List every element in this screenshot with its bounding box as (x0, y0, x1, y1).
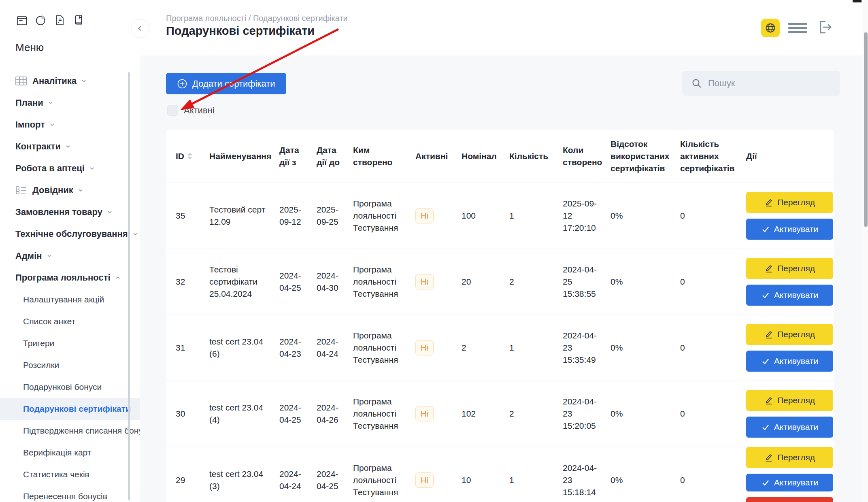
table-header-row: ID Найменування Дата дії з Дата дії до К… (166, 130, 834, 183)
chevron-down-icon (49, 121, 55, 128)
column-header-active: Активні (415, 150, 462, 162)
column-header-created-at: Коли створено (563, 144, 611, 168)
add-certificates-button[interactable]: Додати сертифікати (166, 73, 286, 94)
main-area: Програма лояльності / Подарункові сертиф… (140, 0, 868, 502)
table-grid-icon (15, 76, 27, 86)
sidebar-item-import[interactable]: Імпорт (0, 114, 140, 136)
plus-circle-icon (177, 79, 187, 89)
search-icon (692, 79, 702, 89)
sidebar: Меню Аналітика Плани Імпорт Контракти Ро… (0, 0, 140, 502)
view-button[interactable]: Перегляд (746, 192, 833, 213)
sidebar-item-analytics[interactable]: Аналітика (0, 70, 140, 92)
breadcrumb[interactable]: Програма лояльності / Подарункові сертиф… (166, 14, 348, 23)
sidebar-subitem-receipt-stats[interactable]: Статистика чеків (0, 464, 140, 485)
sidebar-subitem-questionnaires[interactable]: Список анкет (0, 311, 140, 332)
sidebar-item-loyalty-program[interactable]: Програма лояльності (0, 267, 140, 289)
sidebar-item-contracts[interactable]: Контракти (0, 136, 140, 157)
menu-toggle-button[interactable] (788, 22, 807, 34)
view-button[interactable]: Перегляд (746, 324, 833, 345)
activate-button[interactable]: Активувати (746, 474, 833, 491)
column-header-quantity: Кількість (509, 150, 563, 162)
sidebar-subitem-gift-certificates[interactable]: Подарункові сертифікати (0, 398, 140, 420)
column-header-name: Найменування (209, 150, 279, 162)
column-header-valid-to: Дата дії до (317, 144, 353, 168)
status-badge: Ні (415, 340, 434, 355)
chevron-up-icon (115, 274, 121, 281)
browser-corner-mark (853, 0, 862, 2)
table-row: 31 test cert 23.04 (6) 2024-04-23 2024-0… (166, 315, 834, 381)
sidebar-item-maintenance[interactable]: Технічне обслуговування (0, 223, 140, 245)
book-icon[interactable] (72, 14, 85, 27)
sidebar-subitem-triggers[interactable]: Тригери (0, 332, 140, 354)
column-header-id[interactable]: ID (176, 150, 209, 162)
sidebar-item-plans[interactable]: Плани (0, 92, 140, 114)
chevron-down-icon (106, 209, 113, 215)
sidebar-subitem-bonus-writeoff-confirm[interactable]: Підтвердження списання бону... (0, 420, 140, 442)
document-icon[interactable] (53, 14, 66, 27)
check-icon (761, 225, 770, 234)
sidebar-nav: Аналітика Плани Імпорт Контракти Робота … (0, 70, 140, 502)
check-icon (761, 478, 770, 487)
sidebar-subitem-mailings[interactable]: Розсилки (0, 354, 140, 376)
sidebar-subitem-bonus-transfer[interactable]: Перенесення бонусів (0, 485, 140, 502)
chevron-left-icon (136, 25, 144, 32)
table-row: 29 test cert 23.04 (3) 2024-04-24 2024-0… (166, 447, 834, 502)
column-header-actions: Дії (746, 150, 833, 162)
column-header-created-by: Ким створено (353, 144, 415, 168)
sidebar-item-pharmacy-work[interactable]: Робота в аптеці (0, 157, 140, 179)
status-badge: Ні (415, 406, 434, 421)
sort-icon (187, 153, 192, 160)
sidebar-item-directory[interactable]: Довідник (0, 179, 140, 201)
activate-button[interactable]: Активувати (746, 219, 833, 240)
status-badge: Ні (415, 472, 434, 488)
sidebar-subitem-promo-settings[interactable]: Налаштування акцій (0, 289, 140, 311)
active-filter-label: Активні (184, 105, 215, 116)
archive-icon[interactable] (15, 14, 28, 27)
view-button[interactable]: Перегляд (746, 447, 833, 468)
sidebar-item-goods-order[interactable]: Замовлення товару (0, 201, 140, 223)
status-badge: Ні (415, 208, 434, 223)
sidebar-collapse-button[interactable] (131, 19, 149, 38)
menu-title: Меню (15, 41, 44, 54)
window-scrollbar[interactable] (863, 0, 868, 502)
scrollbar-thumb[interactable] (864, 32, 868, 227)
sidebar-scrollbar[interactable] (128, 72, 130, 500)
page-title: Подарункові сертифікати (166, 24, 315, 38)
sidebar-subitem-gift-bonuses[interactable]: Подарункові бонуси (0, 376, 140, 398)
table-row: 32 Тестові сертифікати 25.04.2024 2024-0… (166, 249, 834, 315)
hidden-action-button[interactable] (746, 497, 833, 502)
certificates-table: ID Найменування Дата дії з Дата дії до К… (166, 130, 834, 502)
logout-icon (815, 18, 833, 36)
view-button[interactable]: Перегляд (746, 390, 833, 411)
language-button[interactable] (761, 19, 780, 37)
check-icon (761, 291, 770, 300)
view-button[interactable]: Перегляд (746, 258, 833, 279)
search (682, 71, 840, 96)
chevron-down-icon (46, 253, 53, 259)
edit-icon (764, 453, 773, 462)
edit-icon (764, 396, 773, 405)
logout-button[interactable] (815, 18, 833, 38)
chevron-down-icon (65, 143, 71, 150)
activate-button[interactable]: Активувати (746, 351, 833, 372)
sidebar-subitem-card-verification[interactable]: Верифікація карт (0, 442, 140, 464)
globe-icon (765, 22, 776, 34)
pie-chart-icon[interactable] (34, 14, 47, 27)
chevron-down-icon (89, 165, 95, 172)
status-badge: Ні (415, 274, 434, 289)
check-icon (761, 423, 770, 432)
list-rows-icon (15, 185, 27, 195)
chevron-down-icon (81, 78, 87, 84)
chevron-down-icon (77, 187, 84, 194)
sidebar-item-admin[interactable]: Адмін (0, 245, 140, 267)
edit-icon (764, 330, 773, 339)
table-row: 30 test cert 23.04 (4) 2024-04-25 2024-0… (166, 381, 834, 447)
search-input[interactable] (682, 71, 840, 96)
column-header-active-certs: Кількість активних сертифікатів (680, 138, 746, 174)
topbar: Програма лояльності / Подарункові сертиф… (140, 0, 868, 55)
chevron-down-icon (132, 231, 138, 237)
activate-button[interactable]: Активувати (746, 285, 833, 306)
active-filter-checkbox[interactable] (167, 105, 178, 116)
activate-button[interactable]: Активувати (746, 417, 833, 438)
content-area: Додати сертифікати Активні ID Найменуван… (140, 55, 868, 502)
